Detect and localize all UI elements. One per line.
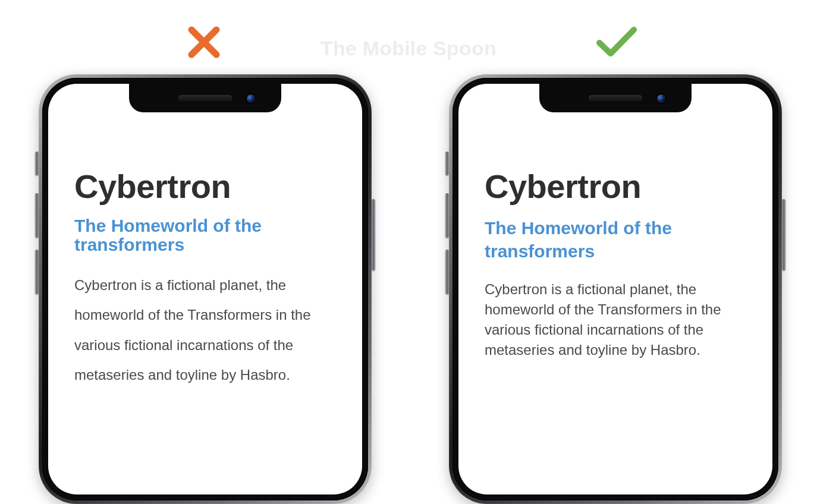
watermark-text: The Mobile Spoon <box>320 37 497 60</box>
page-subtitle: The Homeworld of the transformers <box>485 216 750 263</box>
front-camera <box>657 94 665 103</box>
phone-mock-left: Cybertron The Homeworld of the transform… <box>39 74 372 504</box>
body-text: Cybertron is a fictional planet, the hom… <box>485 279 750 360</box>
cross-icon <box>184 23 224 64</box>
content-left: Cybertron The Homeworld of the transform… <box>48 84 362 494</box>
page-title: Cybertron <box>485 167 750 206</box>
body-text: Cybertron is a fictional planet, the hom… <box>74 270 340 390</box>
power-button <box>782 199 785 270</box>
screen-right: Cybertron The Homeworld of the transform… <box>458 84 772 494</box>
front-camera <box>247 94 255 103</box>
notch <box>129 84 281 112</box>
page-subtitle: The Homeworld of the transformers <box>74 216 340 254</box>
power-button <box>372 199 375 270</box>
page-title: Cybertron <box>74 167 340 206</box>
check-icon <box>595 23 639 64</box>
content-right: Cybertron The Homeworld of the transform… <box>458 84 772 494</box>
speaker-grill <box>589 95 642 101</box>
notch <box>539 84 692 112</box>
screen-left: Cybertron The Homeworld of the transform… <box>48 84 362 494</box>
phone-mock-right: Cybertron The Homeworld of the transform… <box>449 74 782 504</box>
speaker-grill <box>178 95 232 101</box>
